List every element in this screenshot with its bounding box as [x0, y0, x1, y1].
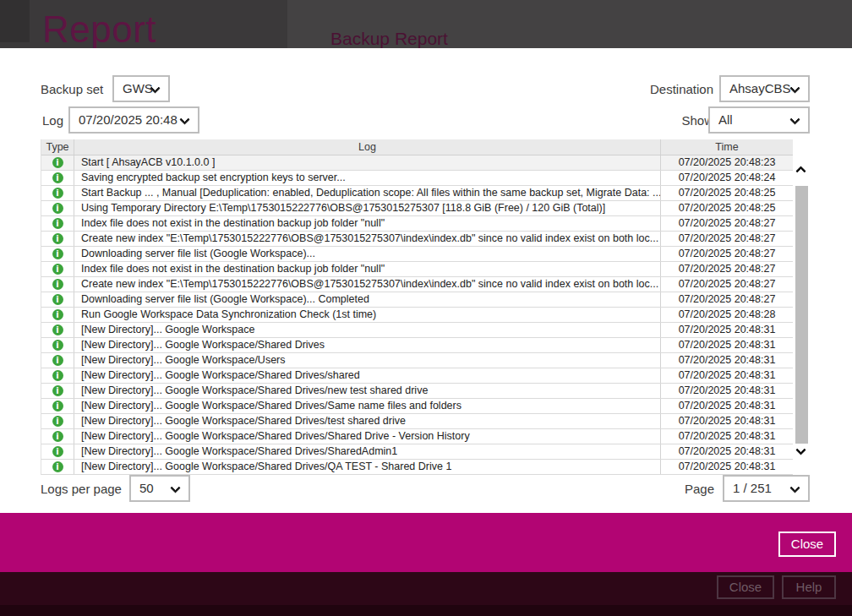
- row-time-cell: 07/20/2025 20:48:27: [660, 277, 793, 292]
- table-row: i [New Directory]... Google Workspace 07…: [41, 323, 793, 338]
- row-type-cell: i: [41, 444, 74, 459]
- scroll-up-button[interactable]: [795, 162, 809, 181]
- destination-label: Destination: [650, 82, 713, 96]
- row-time-cell: 07/20/2025 20:48:23: [660, 155, 793, 170]
- logs-per-page-value: 50: [139, 481, 154, 495]
- table-row: i [New Directory]... Google Workspace/Sh…: [41, 460, 793, 475]
- row-log-cell: [New Directory]... Google Workspace/Shar…: [74, 429, 660, 444]
- row-time-cell: 07/20/2025 20:48:24: [660, 171, 793, 185]
- chevron-down-icon: [789, 482, 800, 493]
- info-icon: i: [52, 340, 63, 351]
- info-icon: i: [52, 416, 63, 427]
- column-header-time: Time: [660, 139, 793, 155]
- table-row: i [New Directory]... Google Workspace/Sh…: [41, 429, 793, 444]
- table-row: i [New Directory]... Google Workspace/Sh…: [41, 384, 793, 399]
- log-label: Log: [42, 113, 63, 128]
- row-log-cell: [New Directory]... Google Workspace/User…: [74, 353, 660, 368]
- background-close-button: Close: [717, 575, 774, 599]
- log-select[interactable]: 07/20/2025 20:48: [68, 106, 199, 134]
- info-icon: i: [52, 294, 63, 305]
- info-icon: i: [52, 370, 63, 381]
- info-icon: i: [52, 355, 63, 366]
- dialog-close-button[interactable]: Close: [778, 532, 836, 557]
- row-time-cell: 07/20/2025 20:48:25: [660, 186, 793, 200]
- row-log-cell: [New Directory]... Google Workspace/Shar…: [74, 460, 660, 474]
- table-row: i Run Google Workspace Data Synchronizat…: [41, 308, 793, 323]
- log-table-header: Type Log Time: [41, 139, 793, 155]
- info-icon: i: [52, 157, 63, 168]
- scrollbar-thumb[interactable]: [795, 186, 808, 444]
- table-scrollbar[interactable]: [795, 155, 809, 475]
- row-type-cell: i: [41, 262, 74, 276]
- backup-report-screen: Report Backup Report Close Help Backup s…: [0, 0, 852, 616]
- row-type-cell: i: [41, 323, 74, 337]
- row-time-cell: 07/20/2025 20:48:31: [660, 338, 793, 352]
- row-time-cell: 07/20/2025 20:48:31: [660, 353, 793, 368]
- row-log-cell: [New Directory]... Google Workspace/Shar…: [74, 399, 660, 413]
- row-type-cell: i: [41, 277, 74, 292]
- row-time-cell: 07/20/2025 20:48:31: [660, 368, 793, 383]
- page-title: Report: [42, 8, 156, 48]
- page-select[interactable]: 1 / 251: [723, 475, 810, 502]
- show-select[interactable]: All: [708, 106, 810, 134]
- row-type-cell: i: [41, 368, 74, 383]
- panel-title: Backup Report: [330, 29, 448, 48]
- info-icon: i: [52, 446, 63, 457]
- logs-per-page-select[interactable]: 50: [129, 475, 190, 502]
- log-table: Type Log Time i Start [ AhsayACB v10.1.0…: [41, 139, 793, 475]
- info-icon: i: [52, 188, 63, 199]
- chevron-down-icon: [795, 444, 806, 455]
- table-row: i Downloading server file list (Google W…: [41, 292, 793, 308]
- info-icon: i: [52, 461, 63, 472]
- row-log-cell: Downloading server file list (Google Wor…: [74, 292, 660, 307]
- chevron-down-icon: [179, 114, 190, 125]
- table-row: i Using Temporary Directory E:\Temp\1753…: [41, 201, 793, 216]
- table-row: i [New Directory]... Google Workspace/Sh…: [41, 414, 793, 429]
- info-icon: i: [52, 264, 63, 275]
- log-table-body: i Start [ AhsayACB v10.1.0.0 ] 07/20/202…: [41, 155, 793, 475]
- row-log-cell: Create new index "E:\Temp\1753015222776\…: [74, 277, 660, 292]
- table-row: i Index file does not exist in the desti…: [41, 262, 793, 277]
- info-icon: i: [52, 309, 63, 320]
- row-time-cell: 07/20/2025 20:48:27: [660, 216, 793, 231]
- row-type-cell: i: [41, 171, 74, 185]
- info-icon: i: [52, 385, 63, 396]
- backup-set-label: Backup set: [41, 82, 103, 96]
- row-time-cell: 07/20/2025 20:48:31: [660, 429, 793, 444]
- row-log-cell: Using Temporary Directory E:\Temp\175301…: [74, 201, 660, 215]
- row-time-cell: 07/20/2025 20:48:27: [660, 232, 793, 246]
- table-row: i Downloading server file list (Google W…: [41, 247, 793, 262]
- chevron-up-icon: [795, 166, 806, 177]
- dimmed-menu-block: [0, 0, 30, 42]
- row-log-cell: Index file does not exist in the destina…: [74, 262, 660, 276]
- row-time-cell: 07/20/2025 20:48:25: [660, 201, 793, 215]
- table-row: i Create new index "E:\Temp\175301522277…: [41, 277, 793, 292]
- backup-set-select[interactable]: GWS: [112, 75, 170, 102]
- info-icon: i: [52, 233, 63, 244]
- row-log-cell: [New Directory]... Google Workspace: [74, 323, 660, 337]
- dimmed-page-header: Report Backup Report: [0, 0, 852, 48]
- table-row: i [New Directory]... Google Workspace/Us…: [41, 353, 793, 368]
- table-row: i Start Backup ... , Manual [Deduplicati…: [41, 186, 793, 201]
- row-type-cell: i: [41, 232, 74, 246]
- row-time-cell: 07/20/2025 20:48:31: [660, 444, 793, 459]
- row-time-cell: 07/20/2025 20:48:31: [660, 414, 793, 428]
- destination-select[interactable]: AhsayCBS: [719, 75, 810, 102]
- table-row: i Create new index "E:\Temp\175301522277…: [41, 232, 793, 247]
- row-type-cell: i: [41, 429, 74, 444]
- scroll-down-button[interactable]: [795, 444, 809, 463]
- backup-report-dialog: Backup set GWS Destination AhsayCBS Log …: [0, 48, 852, 513]
- table-row: i Start [ AhsayACB v10.1.0.0 ] 07/20/202…: [41, 155, 793, 171]
- page-label: Page: [685, 482, 714, 496]
- row-type-cell: i: [41, 384, 74, 398]
- row-type-cell: i: [41, 399, 74, 413]
- row-time-cell: 07/20/2025 20:48:27: [660, 247, 793, 261]
- row-time-cell: 07/20/2025 20:48:31: [660, 323, 793, 337]
- row-type-cell: i: [41, 414, 74, 428]
- row-type-cell: i: [41, 308, 74, 322]
- row-time-cell: 07/20/2025 20:48:31: [660, 460, 793, 474]
- info-icon: i: [52, 248, 63, 259]
- row-time-cell: 07/20/2025 20:48:28: [660, 308, 793, 322]
- row-log-cell: Run Google Workspace Data Synchronizatio…: [74, 308, 660, 322]
- table-row: i [New Directory]... Google Workspace/Sh…: [41, 444, 793, 460]
